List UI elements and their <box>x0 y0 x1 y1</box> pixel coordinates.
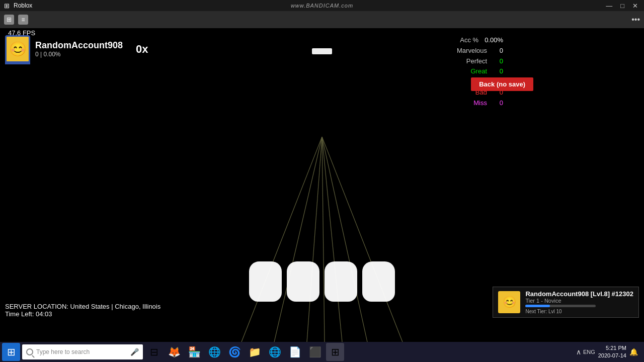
taskbar-chrome[interactable]: 🌐 <box>205 343 223 361</box>
taskbar-edge[interactable]: 🌀 <box>225 343 244 361</box>
miss-label: Miss <box>473 98 487 109</box>
card-info: RandomAccount908 [Lvl.8] #12302 Tier 1 -… <box>525 290 633 314</box>
restore-button[interactable]: □ <box>618 2 626 10</box>
note-1 <box>249 261 282 302</box>
notification-icon[interactable]: 🔔 <box>629 348 638 356</box>
stats-panel: Acc % 0.00% Marvelous 0 Perfect 0 Great … <box>457 35 503 109</box>
svg-line-0 <box>242 137 322 342</box>
title-bar-left: ⊞ Roblox <box>4 2 32 10</box>
microphone-icon[interactable]: 🎤 <box>130 348 139 356</box>
search-icon <box>26 348 33 355</box>
clock-date: 2020-07-14 <box>598 352 626 359</box>
great-value: 0 <box>493 66 503 77</box>
card-next-tier: Next Tier: Lvl 10 <box>525 309 633 314</box>
svg-line-2 <box>307 137 322 342</box>
taskbar-notepad[interactable]: 📄 <box>286 343 304 361</box>
start-button[interactable]: ⊞ <box>2 343 20 361</box>
taskbar-clock: 5:21 PM 2020-07-14 <box>598 344 626 360</box>
toolbar: ⊞ ≡ ••• <box>0 11 644 28</box>
player-combo: 0x <box>136 43 148 56</box>
miss-row: Miss 0 <box>457 98 503 109</box>
svg-line-6 <box>322 137 403 342</box>
perfect-row: Perfect 0 <box>457 56 503 67</box>
svg-line-4 <box>322 137 342 342</box>
player-name: RandomAccount908 <box>35 40 123 51</box>
note-2 <box>287 261 319 302</box>
roblox-logo-icon[interactable]: ⊞ <box>4 15 14 25</box>
title-bar: ⊞ Roblox www.BANDICAM.com — □ ✕ <box>0 0 644 11</box>
acc-label: Acc % <box>460 35 478 46</box>
svg-line-3 <box>322 137 325 342</box>
xp-bar-fill <box>525 305 550 307</box>
note-bar <box>312 48 332 54</box>
window-title: Roblox <box>14 2 32 9</box>
roblox-icon: ⊞ <box>4 2 10 10</box>
miss-value: 0 <box>493 98 503 109</box>
player-info: 😊 RandomAccount908 0 | 0.00% 0x <box>5 35 148 63</box>
window-controls: — □ ✕ <box>604 2 640 10</box>
taskbar-explorer[interactable]: 📁 <box>246 343 264 361</box>
server-info: SERVER LOCATION: United States | Chicago… <box>5 303 160 318</box>
player-details: RandomAccount908 0 | 0.00% <box>35 40 123 58</box>
taskbar-microsoft-store[interactable]: 🏪 <box>185 343 203 361</box>
server-location: SERVER LOCATION: United States | Chicago… <box>5 303 160 310</box>
marvelous-label: Marvelous <box>457 46 487 56</box>
card-tier: Tier 1 - Novice <box>525 298 633 304</box>
perfect-label: Perfect <box>466 56 487 67</box>
taskbar-task-view[interactable]: ⊟ <box>145 343 163 361</box>
card-name: RandomAccount908 [Lvl.8] #12302 <box>525 290 633 298</box>
taskbar: ⊞ Type here to search 🎤 ⊟ 🦊 🏪 🌐 🌀 📁 🌐 📄 … <box>0 342 644 362</box>
taskbar-unknown[interactable]: ⬛ <box>306 343 324 361</box>
xp-bar-background <box>525 305 596 307</box>
clock-time: 5:21 PM <box>598 344 626 352</box>
notes-area <box>249 261 395 302</box>
marvelous-value: 0 <box>493 46 503 56</box>
note-3 <box>325 261 357 302</box>
great-row: Great 0 <box>457 66 503 77</box>
time-left: Time Left: 04:03 <box>5 310 160 318</box>
taskbar-firefox[interactable]: 🦊 <box>165 343 183 361</box>
great-label: Great <box>470 66 487 77</box>
perfect-value: 0 <box>493 56 503 67</box>
back-button[interactable]: Back (no save) <box>471 77 533 91</box>
search-bar[interactable]: Type here to search 🎤 <box>22 344 143 359</box>
search-placeholder: Type here to search <box>36 348 90 355</box>
taskbar-ie[interactable]: 🌐 <box>266 343 284 361</box>
game-area: 😊 RandomAccount908 0 | 0.00% 0x Acc % 0.… <box>0 28 644 342</box>
chevron-up-icon[interactable]: ∧ <box>576 348 581 356</box>
notification-area: ∧ ENG <box>576 348 595 356</box>
language-icon[interactable]: ENG <box>583 349 595 355</box>
note-4 <box>362 261 395 302</box>
avatar: 😊 <box>5 35 30 63</box>
close-button[interactable]: ✕ <box>630 2 640 10</box>
menu-icon[interactable]: ≡ <box>18 15 28 25</box>
card-avatar: 😊 <box>498 291 520 313</box>
minimize-button[interactable]: — <box>604 2 614 10</box>
player-card: 😊 RandomAccount908 [Lvl.8] #12302 Tier 1… <box>493 287 639 318</box>
svg-line-5 <box>322 137 367 342</box>
taskbar-roblox[interactable]: ⊞ <box>326 343 344 361</box>
more-options-icon[interactable]: ••• <box>631 15 640 24</box>
taskbar-right: ∧ ENG 5:21 PM 2020-07-14 🔔 <box>576 344 642 360</box>
svg-line-1 <box>274 137 322 342</box>
player-score: 0 | 0.00% <box>35 51 123 58</box>
watermark: www.BANDICAM.com <box>291 3 353 9</box>
acc-row: Acc % 0.00% <box>457 35 503 46</box>
acc-value: 0.00% <box>485 35 503 46</box>
marvelous-row: Marvelous 0 <box>457 46 503 56</box>
